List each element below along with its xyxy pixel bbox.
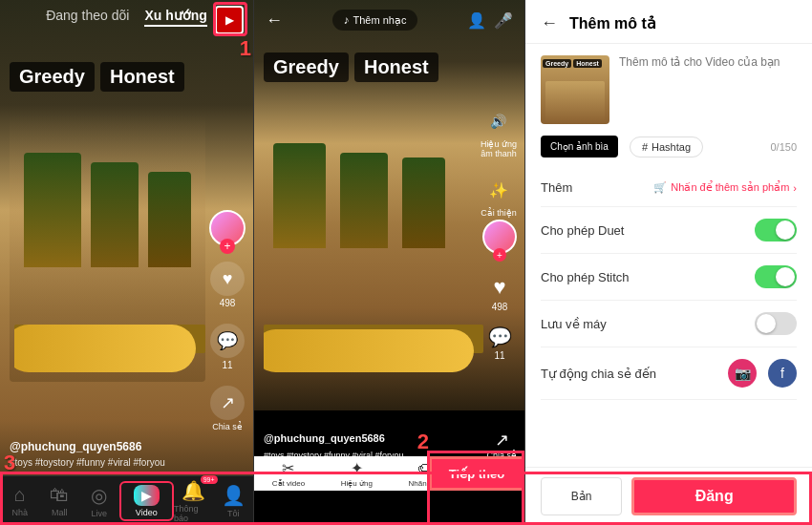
panel2-header-right: 👤 🎤 xyxy=(467,11,513,30)
video-thumbnail: Greedy Honest xyxy=(541,55,609,124)
panel2-share-icon[interactable]: ↗ xyxy=(495,430,509,451)
nav-mall[interactable]: 🛍 Mall xyxy=(40,484,80,517)
panel2-toolbar: ✂ Cắt video ✦ Hiệu ứng 🏷 Nhãn dán Aa Văn… xyxy=(254,456,524,491)
improve-group: ✨ Cải thiện xyxy=(481,174,517,218)
add-music-label: Thêm nhạc xyxy=(353,14,407,27)
improve-icon[interactable]: ✨ xyxy=(482,174,515,206)
stitch-toggle[interactable] xyxy=(755,265,797,288)
panel1-username: @phuchung_quyen5686 xyxy=(10,440,205,453)
auto-share-label: Tự động chia sẻ đến xyxy=(541,367,728,381)
post-label: Đăng xyxy=(695,488,734,505)
stitch-label: Cho phép Stitch xyxy=(541,270,755,284)
stitch-section: Cho phép Stitch xyxy=(541,254,797,301)
user-icon[interactable]: 👤 xyxy=(467,11,486,30)
tag-honest: Honest xyxy=(100,62,184,92)
panel2-follow-plus[interactable]: + xyxy=(493,248,506,262)
panel2-side-controls: 🔊 Hiệu ứngâm thanh ✨ Cải thiện xyxy=(481,105,517,218)
nav-home[interactable]: ⌂ Nhà xyxy=(0,484,40,517)
instagram-icon[interactable]: 📷 xyxy=(728,359,757,388)
profile-icon: 👤 xyxy=(222,484,246,507)
next-label: Tiếp theo xyxy=(449,467,504,481)
share-group: ↗ Chia sẻ xyxy=(210,386,245,431)
like-count: 498 xyxy=(220,298,236,308)
save-toggle[interactable] xyxy=(755,312,797,335)
improve-label: Cải thiện xyxy=(481,208,517,218)
description-input[interactable] xyxy=(619,55,797,124)
add-music-button[interactable]: ♪ Thêm nhạc xyxy=(332,10,418,31)
cover-hashtag-row: Chọn ảnh bìa # Hashtag 0/150 xyxy=(541,136,797,158)
toolbar-effects[interactable]: ✦ Hiệu ứng xyxy=(341,459,373,488)
panel2-avatar-wrapper: + xyxy=(482,220,517,254)
panel3-content: Greedy Honest Chọn ảnh bìa # Hashtag 0/1… xyxy=(525,44,812,467)
step2-number: 2 xyxy=(417,430,429,454)
panel2-tag-honest: Honest xyxy=(354,52,438,82)
panel1-header: Đang theo dõi Xu hướng ▶ xyxy=(0,0,253,34)
panel3-back-arrow[interactable]: ← xyxy=(541,13,558,33)
sound-effect-icon[interactable]: 🔊 xyxy=(482,105,515,137)
char-count: 0/150 xyxy=(770,141,797,153)
auto-share-section: Tự động chia sẻ đến 📷 f xyxy=(541,347,797,400)
cut-label: Cắt video xyxy=(272,479,305,488)
share-icon[interactable]: ↗ xyxy=(210,386,245,420)
panel3-title: Thêm mô tả xyxy=(569,14,656,32)
following-tab[interactable]: Đang theo dõi xyxy=(46,8,129,27)
panel2-video-tags: Greedy Honest xyxy=(264,52,515,82)
description-preview-row: Greedy Honest xyxy=(541,55,797,124)
hashtag-button[interactable]: # Hashtag xyxy=(630,136,703,158)
save-section: Lưu về máy xyxy=(541,301,797,347)
them-value[interactable]: 🛒 Nhấn để thêm sản phẩm › xyxy=(653,181,797,194)
cart-icon: 🛒 xyxy=(653,181,667,194)
save-draft-label: Bản xyxy=(571,490,592,503)
panel1-hashtags: #toys #toystory #funny #viral #foryou xyxy=(10,457,205,468)
effects-label: Hiệu ứng xyxy=(341,479,373,488)
panel2-comment-group: 💬 11 xyxy=(488,326,512,361)
post-button[interactable]: Đăng xyxy=(631,477,797,515)
them-section: Thêm 🛒 Nhấn để thêm sản phẩm › xyxy=(541,169,797,207)
panel2-tag-greedy: Greedy xyxy=(264,52,349,82)
video-content xyxy=(14,124,205,372)
heart-icon[interactable]: ♥ xyxy=(210,262,245,296)
panel2-video-content xyxy=(264,115,493,372)
toolbar-cut[interactable]: ✂ Cắt video xyxy=(272,459,305,488)
mall-icon: 🛍 xyxy=(50,484,69,506)
them-label: Thêm xyxy=(541,180,653,195)
follow-plus[interactable]: + xyxy=(220,239,235,254)
cut-icon: ✂ xyxy=(282,459,294,477)
nav-live[interactable]: ◎ Live xyxy=(79,484,119,518)
sound-effect-label: Hiệu ứngâm thanh xyxy=(481,139,517,158)
trending-tab[interactable]: Xu hướng xyxy=(144,8,206,27)
comment-group: 💬 11 xyxy=(210,324,245,370)
home-label: Nhà xyxy=(11,508,28,517)
panel1-bottom-info: @phuchung_quyen5686 #toys #toystory #fun… xyxy=(10,440,205,468)
panel1-sidebar: + ♥ 498 💬 11 ↗ Chia sẻ xyxy=(209,210,246,431)
profile-label: Tôi xyxy=(227,509,240,518)
nav-profile[interactable]: 👤 Tôi xyxy=(214,484,254,518)
next-button[interactable]: Tiếp theo xyxy=(429,456,524,491)
comment-count: 11 xyxy=(222,360,232,370)
thumb-scene xyxy=(545,81,605,124)
duet-section: Cho phép Duet xyxy=(541,207,797,254)
chevron-right-icon: › xyxy=(793,182,797,194)
live-record-icon[interactable]: ▶ xyxy=(215,6,244,34)
facebook-icon[interactable]: f xyxy=(768,359,797,388)
video-icon-btn: ▶ xyxy=(134,485,160,506)
thumb-tags: Greedy Honest xyxy=(543,59,602,68)
duet-toggle-thumb xyxy=(776,220,795,240)
panel2-right-sidebar: + ♥ 498 💬 11 xyxy=(482,220,517,361)
notif-label: Thông báo xyxy=(174,504,214,523)
social-icons: 📷 f xyxy=(728,359,797,388)
mic-icon[interactable]: 🎤 xyxy=(494,11,513,30)
panel2-username: @phuchung_quyen5686 xyxy=(264,432,385,444)
choose-cover-button[interactable]: Chọn ảnh bìa xyxy=(541,136,618,158)
panel2-comment-count: 11 xyxy=(494,350,504,361)
panel2-back-arrow[interactable]: ← xyxy=(266,10,283,31)
save-draft-button[interactable]: Bản xyxy=(541,477,622,515)
notif-badge: 99+ xyxy=(201,475,218,484)
panel2-heart-icon[interactable]: ♥ xyxy=(493,275,505,300)
duet-toggle[interactable] xyxy=(755,219,797,242)
comment-icon[interactable]: 💬 xyxy=(210,324,245,358)
save-toggle-thumb xyxy=(757,314,776,333)
panel2-comment-icon[interactable]: 💬 xyxy=(488,326,512,348)
nav-video[interactable]: ▶ Video xyxy=(119,481,175,521)
nav-notifications[interactable]: 🔔 99+ Thông báo xyxy=(174,479,214,523)
